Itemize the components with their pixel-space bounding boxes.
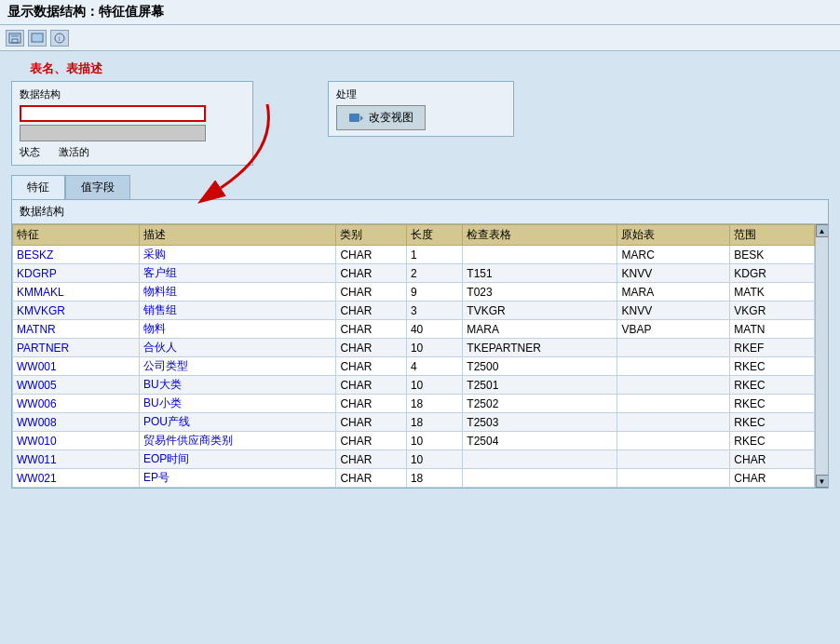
save-icon[interactable] bbox=[6, 30, 24, 47]
cell-desc: POU产线 bbox=[139, 413, 335, 432]
tabs-row: 特征 值字段 bbox=[11, 175, 829, 199]
cell-desc: 贸易件供应商类别 bbox=[139, 432, 335, 450]
cell-type: CHAR bbox=[336, 395, 407, 413]
cell-length: 40 bbox=[406, 320, 462, 339]
cell-range: RKEC bbox=[730, 413, 815, 432]
cell-src-table bbox=[617, 450, 730, 469]
col-desc: 描述 bbox=[139, 225, 335, 246]
cell-length: 18 bbox=[406, 395, 462, 413]
cell-feature: WW006 bbox=[13, 395, 140, 413]
scrollbar[interactable]: ▲ ▼ bbox=[815, 224, 828, 488]
cell-src-table: MARC bbox=[617, 246, 730, 264]
tab-features[interactable]: 特征 bbox=[11, 175, 65, 199]
cell-length: 10 bbox=[406, 376, 462, 395]
cell-src-table: KNVV bbox=[617, 302, 730, 320]
cell-desc: BU大类 bbox=[139, 376, 335, 395]
cell-type: CHAR bbox=[336, 246, 407, 264]
cell-length: 10 bbox=[406, 432, 462, 450]
table-name-input[interactable] bbox=[20, 105, 206, 122]
title-bar: 显示数据结构：特征值屏幕 bbox=[0, 0, 840, 25]
cell-range: VKGR bbox=[730, 302, 815, 320]
cell-feature: KMMAKL bbox=[13, 283, 140, 302]
svg-marker-9 bbox=[360, 115, 363, 121]
cell-desc: BU小类 bbox=[139, 395, 335, 413]
cell-feature: MATNR bbox=[13, 320, 140, 339]
cell-src-table bbox=[617, 432, 730, 450]
table-row: PARTNER合伙人CHAR10TKEPARTNERRKEF bbox=[13, 339, 815, 357]
cell-desc: 合伙人 bbox=[139, 339, 335, 357]
cell-feature: WW010 bbox=[13, 432, 140, 450]
tab-value-fields[interactable]: 值字段 bbox=[65, 175, 130, 199]
cell-length: 18 bbox=[406, 413, 462, 432]
scroll-down-button[interactable]: ▼ bbox=[816, 475, 829, 488]
cell-range: CHAR bbox=[730, 469, 815, 488]
cell-range: CHAR bbox=[730, 450, 815, 469]
toolbar: i bbox=[0, 25, 840, 51]
table-row: WW008POU产线CHAR18T2503RKEC bbox=[13, 413, 815, 432]
cell-check-table: T2501 bbox=[463, 376, 617, 395]
table-row: WW010贸易件供应商类别CHAR10T2504RKEC bbox=[13, 432, 815, 450]
scroll-up-button[interactable]: ▲ bbox=[816, 224, 829, 237]
cell-type: CHAR bbox=[336, 302, 407, 320]
cell-check-table: T2503 bbox=[463, 413, 617, 432]
cell-length: 9 bbox=[406, 283, 462, 302]
cell-length: 4 bbox=[406, 357, 462, 376]
cell-feature: WW011 bbox=[13, 450, 140, 469]
table-row: WW011EOP时间CHAR10CHAR bbox=[13, 450, 815, 469]
svg-rect-1 bbox=[11, 34, 19, 37]
cell-feature: KDGRP bbox=[13, 264, 140, 283]
display-icon[interactable] bbox=[28, 30, 47, 47]
cell-src-table: MARA bbox=[617, 283, 730, 302]
processing-panel: 处理 改变视图 bbox=[328, 81, 514, 137]
cell-type: CHAR bbox=[336, 320, 407, 339]
cell-type: CHAR bbox=[336, 469, 407, 488]
cell-length: 3 bbox=[406, 302, 462, 320]
cell-check-table: T2504 bbox=[463, 432, 617, 450]
col-length: 长度 bbox=[406, 225, 462, 246]
cell-desc: 物料组 bbox=[139, 283, 335, 302]
cell-desc: 客户组 bbox=[139, 264, 335, 283]
table-header-row: 特征 描述 类别 长度 检查表格 原始表 范围 bbox=[13, 225, 815, 246]
cell-range: MATK bbox=[730, 283, 815, 302]
cell-type: CHAR bbox=[336, 450, 407, 469]
processing-panel-title: 处理 bbox=[336, 87, 506, 101]
cell-src-table bbox=[617, 339, 730, 357]
cell-length: 1 bbox=[406, 246, 462, 264]
page-title: 显示数据结构：特征值屏幕 bbox=[7, 4, 164, 19]
table-section-title: 数据结构 bbox=[12, 200, 828, 224]
cell-src-table bbox=[617, 469, 730, 488]
table-row: MATNR物料CHAR40MARAVBAPMATN bbox=[13, 320, 815, 339]
cell-feature: WW001 bbox=[13, 357, 140, 376]
cell-src-table bbox=[617, 357, 730, 376]
table-body: BESKZ采购CHAR1MARCBESKKDGRP客户组CHAR2T151KNV… bbox=[13, 246, 815, 488]
cell-desc: EOP时间 bbox=[139, 450, 335, 469]
cell-type: CHAR bbox=[336, 283, 407, 302]
info-icon[interactable]: i bbox=[50, 30, 69, 47]
col-range: 范围 bbox=[730, 225, 815, 246]
col-src-table: 原始表 bbox=[617, 225, 730, 246]
activated-label: 激活的 bbox=[59, 145, 89, 159]
cell-desc: 销售组 bbox=[139, 302, 335, 320]
table-row: WW005BU大类CHAR10T2501RKEC bbox=[13, 376, 815, 395]
cell-check-table: T151 bbox=[463, 264, 617, 283]
cell-src-table bbox=[617, 395, 730, 413]
cell-range: BESK bbox=[730, 246, 815, 264]
change-view-label: 改变视图 bbox=[369, 110, 413, 126]
annotation-label: 表名、表描述 bbox=[30, 60, 829, 77]
cell-feature: WW021 bbox=[13, 469, 140, 488]
table-row: KMMAKL物料组CHAR9T023MARAMATK bbox=[13, 283, 815, 302]
table-scroll-area: 特征 描述 类别 长度 检查表格 原始表 范围 BESKZ采购CHAR1MARC… bbox=[12, 224, 815, 488]
cell-range: RKEF bbox=[730, 339, 815, 357]
change-view-button[interactable]: 改变视图 bbox=[336, 105, 426, 130]
cell-check-table bbox=[463, 450, 617, 469]
cell-desc: 采购 bbox=[139, 246, 335, 264]
status-label: 状态 bbox=[20, 145, 40, 159]
cell-feature: BESKZ bbox=[13, 246, 140, 264]
cell-desc: 物料 bbox=[139, 320, 335, 339]
data-table: 特征 描述 类别 长度 检查表格 原始表 范围 BESKZ采购CHAR1MARC… bbox=[12, 224, 815, 488]
table-container: 数据结构 特征 描述 类别 长度 检查表格 原始表 范围 bbox=[11, 199, 829, 489]
cell-desc: EP号 bbox=[139, 469, 335, 488]
cell-src-table: KNVV bbox=[617, 264, 730, 283]
process-icon bbox=[348, 112, 363, 125]
table-desc-input[interactable] bbox=[20, 125, 206, 141]
